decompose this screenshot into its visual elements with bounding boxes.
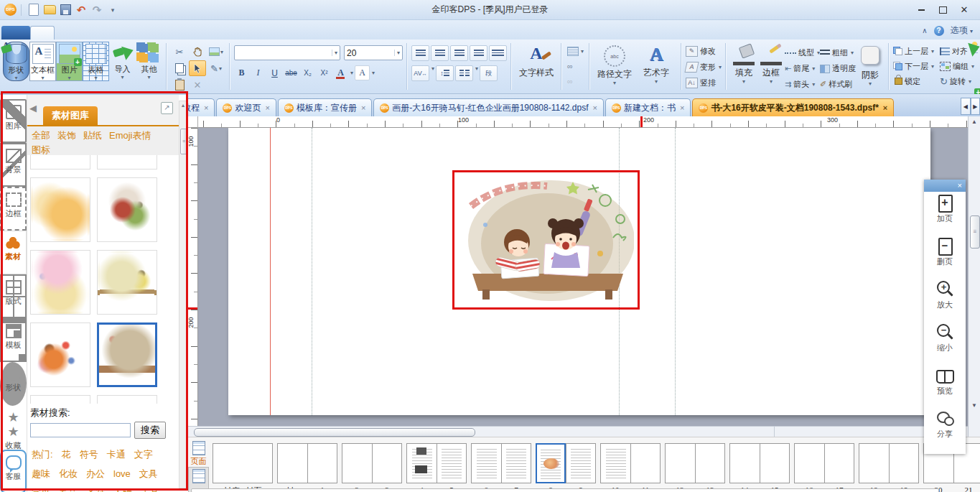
page-thumbnail[interactable]: 封底 - 封面 bbox=[213, 443, 273, 492]
sidebar-nav-item[interactable]: 客服 bbox=[0, 450, 27, 492]
delete-button[interactable]: ✕ bbox=[189, 77, 206, 93]
quick-access-dropdown[interactable]: ▾ bbox=[106, 3, 120, 17]
panel-tool-button[interactable]: 放大 bbox=[924, 278, 966, 321]
hand-tool-button[interactable] bbox=[189, 44, 206, 60]
lock-button[interactable]: 锁定 bbox=[893, 75, 934, 88]
insert-tool-button[interactable]: 导入 ▾ bbox=[109, 42, 136, 80]
text-style-button[interactable]: A 文字样式 bbox=[515, 42, 557, 79]
text-wrap-button[interactable]: ▾ bbox=[566, 45, 585, 57]
paste-button[interactable] bbox=[171, 77, 188, 93]
align-right-button[interactable] bbox=[450, 45, 468, 61]
save-button[interactable] bbox=[58, 3, 73, 17]
material-thumbnail[interactable] bbox=[97, 250, 157, 315]
maximize-button[interactable] bbox=[937, 5, 948, 15]
material-thumbnail[interactable] bbox=[30, 395, 90, 404]
tag-link[interactable]: 卡通 bbox=[107, 447, 126, 462]
page-thumbnail[interactable]: 12 bbox=[665, 443, 695, 492]
page-thumbnail-box[interactable] bbox=[342, 443, 372, 483]
page-thumbnail-box[interactable] bbox=[794, 443, 824, 483]
bold-button[interactable]: B bbox=[234, 65, 249, 80]
collapse-ribbon-icon[interactable]: ∧ bbox=[922, 27, 927, 34]
page-thumbnail[interactable]: 18 bbox=[859, 443, 889, 492]
document-tab[interactable]: DPS 书-大16开软皮平装-文档190808-1543.dpsf* × bbox=[692, 98, 894, 116]
open-document-button[interactable] bbox=[42, 3, 57, 17]
font-family-select[interactable]: ▾ bbox=[234, 45, 340, 60]
page-thumbnail[interactable]: 17 bbox=[824, 443, 854, 492]
material-thumbnail[interactable] bbox=[97, 155, 157, 170]
material-thumbnail[interactable] bbox=[30, 250, 90, 315]
close-tab-icon[interactable]: × bbox=[361, 103, 365, 112]
justify-button[interactable] bbox=[470, 45, 487, 61]
page-thumbnail[interactable]: 13 bbox=[695, 443, 725, 492]
italic-button[interactable]: I bbox=[251, 65, 266, 80]
page-thumbnail[interactable]: 10 bbox=[600, 443, 630, 492]
material-search-input[interactable] bbox=[30, 423, 131, 437]
insert-tool-button[interactable]: 其他 ▾ bbox=[136, 42, 162, 80]
dropdown-arrow-icon[interactable]: ▾ bbox=[4, 75, 29, 80]
tag-link[interactable]: 文字 bbox=[134, 447, 153, 462]
font-size-select[interactable]: 20▾ bbox=[344, 45, 403, 60]
dropdown-arrow-icon[interactable]: ▾ bbox=[136, 75, 162, 80]
shadow-button[interactable]: 阴影 ▾ bbox=[856, 42, 885, 86]
arrow-head-button[interactable]: ⇉箭头▾ bbox=[785, 78, 820, 91]
stroke-button[interactable]: 边框 ▾ bbox=[757, 42, 785, 84]
document-tab[interactable]: DPS 画册-大16开骑马钉-红色企业画册190808-1142.dpsf × bbox=[373, 98, 604, 116]
minimize-button[interactable] bbox=[915, 5, 927, 15]
sidebar-nav-item[interactable]: 边框 bbox=[0, 187, 27, 231]
distribute-button[interactable] bbox=[489, 45, 507, 61]
pen-tool-button[interactable]: ✎▾ bbox=[207, 60, 225, 76]
sidebar-nav-item[interactable]: 版式 bbox=[0, 274, 27, 318]
tag-link[interactable]: 文具 bbox=[139, 466, 158, 481]
scrollbar-thumb[interactable]: ≡ bbox=[180, 129, 187, 154]
rotate-button[interactable]: ↻旋转▾ bbox=[940, 75, 974, 88]
scroll-up-icon[interactable]: ▲ bbox=[179, 101, 187, 108]
tag-link[interactable]: 花 bbox=[62, 447, 71, 462]
page-thumbnail-box[interactable] bbox=[566, 443, 596, 483]
document-tab[interactable]: DPS 欢迎页 × bbox=[216, 98, 276, 116]
new-document-button[interactable] bbox=[27, 3, 41, 17]
scroll-tabs-left-button[interactable]: ◀ bbox=[961, 98, 971, 115]
paragraph-settings-button[interactable]: 段 bbox=[480, 65, 498, 81]
insert-tool-button[interactable]: 表格 ▾ bbox=[83, 42, 109, 81]
page-thumbnail-box[interactable] bbox=[630, 443, 661, 483]
sidebar-nav-item[interactable]: 背景 bbox=[0, 143, 27, 187]
page-thumbnail-box[interactable] bbox=[437, 443, 467, 483]
sidebar-nav-item[interactable]: 收藏 bbox=[0, 406, 27, 450]
page-thumbnail[interactable]: 6 bbox=[471, 443, 501, 492]
page-thumbnail[interactable]: 7 bbox=[501, 443, 531, 492]
page-thumbnail[interactable]: 封2 bbox=[277, 443, 307, 492]
insert-tool-button[interactable]: 文本框 ▾ bbox=[29, 42, 56, 81]
panel-tool-button[interactable]: 分享 bbox=[924, 407, 966, 450]
page-thumbnail-box[interactable] bbox=[889, 443, 919, 483]
page-thumbnail[interactable]: 15 bbox=[760, 443, 790, 492]
line-type-button[interactable]: 线型▾ bbox=[785, 46, 820, 60]
page-strip-scrollbar[interactable] bbox=[191, 488, 939, 492]
collapse-panel-icon[interactable]: ◀ bbox=[29, 103, 37, 113]
dropdown-arrow-icon[interactable]: ▾ bbox=[30, 75, 55, 80]
tag-link[interactable]: 圣诞 bbox=[86, 486, 105, 492]
expand-panel-icon[interactable]: ↗ bbox=[161, 102, 173, 114]
page-thumbnail[interactable]: 3 bbox=[372, 443, 402, 492]
sidebar-nav-item[interactable]: 素材 bbox=[0, 231, 27, 274]
options-menu[interactable]: 选项 ▾ bbox=[951, 24, 973, 37]
view-tab-pages[interactable]: 页面 bbox=[188, 440, 209, 467]
page-thumbnail[interactable]: 4 bbox=[406, 443, 437, 492]
line-spacing-button[interactable]: ↕ bbox=[436, 65, 454, 81]
tag-link[interactable]: 工具 bbox=[141, 486, 159, 492]
arrow-tail-button[interactable]: ⇤箭尾▾ bbox=[785, 62, 820, 75]
panel-tool-button[interactable]: 删页 bbox=[924, 235, 966, 278]
material-thumbnail[interactable] bbox=[30, 322, 90, 387]
close-tab-icon[interactable]: × bbox=[204, 103, 208, 112]
material-thumbnail[interactable] bbox=[97, 395, 157, 404]
page-thumbnail-box[interactable] bbox=[501, 443, 531, 483]
cut-button[interactable]: ✂ bbox=[171, 44, 188, 60]
page-thumbnail[interactable]: 1 bbox=[307, 443, 337, 492]
vertical-text-button[interactable]: A↓竖排 bbox=[686, 76, 722, 90]
page-thumbnail-box[interactable] bbox=[277, 443, 307, 483]
placed-illustration-kids-drawing[interactable] bbox=[459, 175, 634, 302]
scrollbar-thumb[interactable]: ≡ bbox=[970, 215, 980, 249]
page-thumbnail-box[interactable] bbox=[213, 443, 273, 483]
panel-tool-button[interactable]: 缩小 bbox=[924, 321, 966, 364]
send-backward-button[interactable]: 下一层▾ bbox=[893, 60, 934, 73]
page-thumbnail-box[interactable] bbox=[307, 443, 337, 483]
